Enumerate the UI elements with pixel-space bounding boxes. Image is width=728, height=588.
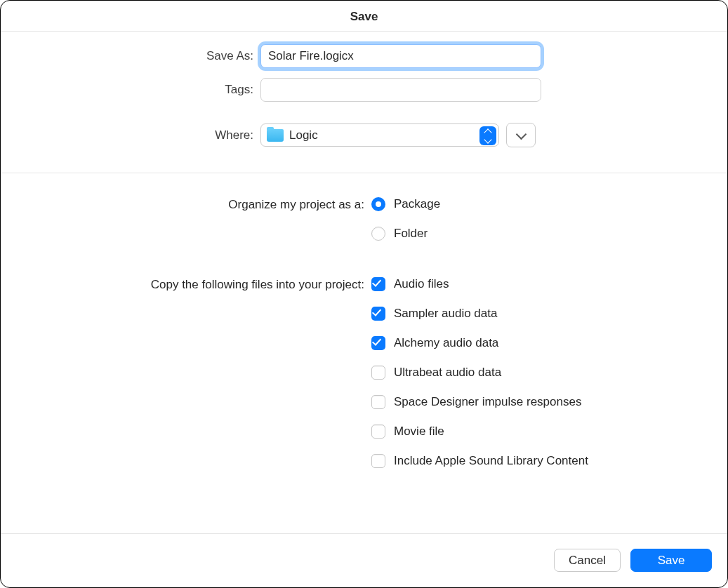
tags-input[interactable] — [260, 78, 541, 102]
radio-on-icon — [371, 197, 385, 211]
copy-files-group: Copy the following files into your proje… — [1, 274, 727, 471]
copy-check-label: Movie file — [394, 425, 444, 439]
radio-off-icon — [371, 227, 385, 241]
copy-check-item[interactable]: Audio files — [371, 274, 588, 294]
checkbox-on-icon — [371, 336, 385, 350]
organize-group: Organize my project as a: Package Folder — [1, 194, 727, 243]
copy-check-item[interactable]: Sampler audio data — [371, 304, 588, 323]
copy-check-label: Space Designer impulse responses — [394, 395, 581, 409]
copy-check-item[interactable]: Alchemy audio data — [371, 333, 588, 353]
copy-check-label: Alchemy audio data — [394, 336, 498, 350]
where-row: Where: Logic — [1, 123, 727, 147]
copy-check-item[interactable]: Include Apple Sound Library Content — [371, 451, 588, 471]
copy-check-label: Audio files — [394, 277, 449, 291]
organize-folder-label: Folder — [394, 227, 428, 241]
expand-browser-button[interactable] — [506, 123, 536, 147]
dialog-title: Save — [1, 1, 727, 31]
checkbox-on-icon — [371, 277, 385, 291]
checkbox-off-icon — [371, 366, 385, 380]
organize-label: Organize my project as a: — [1, 194, 371, 215]
save-button[interactable]: Save — [630, 549, 712, 572]
tags-row: Tags: — [1, 78, 727, 102]
copy-check-label: Include Apple Sound Library Content — [394, 454, 588, 468]
where-label: Where: — [1, 128, 260, 142]
checkbox-off-icon — [371, 425, 385, 439]
organize-package-option[interactable]: Package — [371, 194, 440, 214]
organize-folder-option[interactable]: Folder — [371, 224, 440, 243]
checkbox-off-icon — [371, 395, 385, 409]
checkbox-off-icon — [371, 454, 385, 468]
where-value: Logic — [289, 128, 318, 142]
organize-package-label: Package — [394, 197, 440, 211]
save-as-label: Save As: — [1, 49, 260, 63]
where-popup[interactable]: Logic — [260, 123, 499, 147]
chevron-down-icon — [515, 128, 527, 140]
options-section: Organize my project as a: Package Folder… — [1, 173, 727, 485]
copy-files-label: Copy the following files into your proje… — [1, 274, 371, 295]
copy-check-label: Sampler audio data — [394, 307, 497, 321]
tags-label: Tags: — [1, 83, 260, 97]
copy-check-label: Ultrabeat audio data — [394, 366, 501, 380]
file-fields-section: Save As: Tags: Where: Logic — [1, 32, 727, 173]
save-as-input[interactable] — [260, 44, 541, 68]
save-dialog: Save Save As: Tags: Where: Logic — [0, 0, 728, 588]
popup-indicator-icon — [479, 126, 496, 145]
copy-check-item[interactable]: Space Designer impulse responses — [371, 392, 588, 412]
checkbox-on-icon — [371, 307, 385, 321]
folder-icon — [267, 129, 284, 142]
copy-check-item[interactable]: Ultrabeat audio data — [371, 363, 588, 382]
cancel-button[interactable]: Cancel — [554, 549, 621, 572]
save-as-row: Save As: — [1, 44, 727, 68]
copy-check-item[interactable]: Movie file — [371, 422, 588, 441]
divider — [1, 533, 727, 534]
dialog-footer: Cancel Save — [1, 536, 727, 587]
